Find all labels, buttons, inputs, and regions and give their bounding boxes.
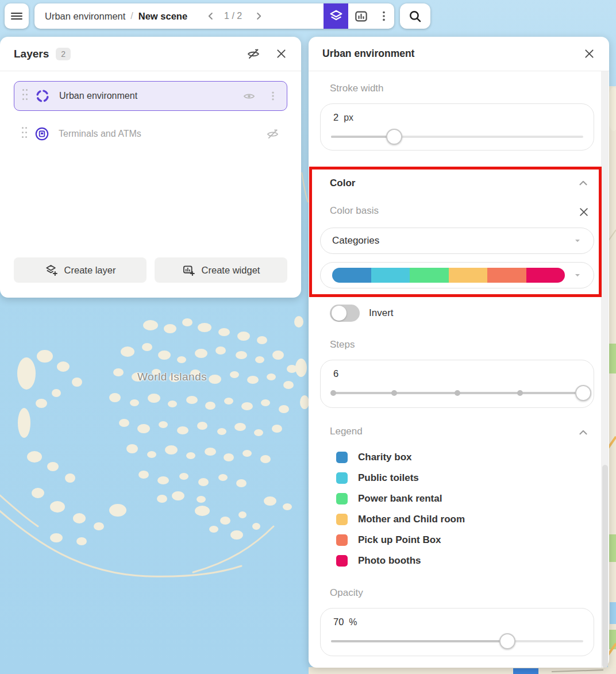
- color-basis-select[interactable]: Categories: [320, 228, 594, 254]
- opacity-value[interactable]: 70: [333, 617, 344, 627]
- widget-chart-icon: [354, 9, 368, 24]
- opacity-control: 70%: [320, 608, 594, 656]
- legend-swatch: [336, 534, 348, 546]
- map-place-label: World Islands: [137, 371, 207, 383]
- menu-button[interactable]: [5, 3, 29, 29]
- legend-item: Pick up Point Box: [336, 530, 594, 550]
- layer-visibility-toggle[interactable]: [242, 90, 256, 103]
- kebab-menu-icon: [378, 10, 390, 22]
- topbar: Urban environment / New scene 1 / 2: [5, 3, 430, 29]
- layer-type-dashed-circle-icon: [35, 88, 50, 103]
- invert-row: Invert: [330, 305, 594, 322]
- steps-slider[interactable]: [331, 392, 583, 394]
- layer-settings-panel: Urban environment Stroke width 2px: [309, 37, 609, 668]
- close-layers-panel-button[interactable]: [275, 48, 287, 60]
- more-options-button[interactable]: [374, 3, 394, 29]
- legend-item-label: Power bank rental: [358, 493, 442, 504]
- legend-item-label: Photo booths: [358, 555, 421, 567]
- settings-body: Stroke width 2px Color Color basis: [309, 71, 609, 656]
- opacity-unit: %: [349, 617, 357, 627]
- stroke-width-value[interactable]: 2: [333, 112, 338, 122]
- legend-swatch: [336, 555, 348, 567]
- close-settings-panel-button[interactable]: [583, 48, 595, 60]
- layer-options-button[interactable]: [267, 90, 279, 102]
- layers-panel: Layers 2: [0, 37, 301, 298]
- invert-toggle[interactable]: [330, 305, 360, 322]
- color-basis-selected-value: Categories: [332, 235, 379, 247]
- create-widget-button[interactable]: Create widget: [155, 257, 287, 283]
- chevron-right-icon: [252, 10, 265, 22]
- layer-row-terminals-and-atms[interactable]: Terminals and ATMs: [14, 119, 287, 149]
- stroke-width-control: 2px: [320, 103, 594, 151]
- breadcrumb-project[interactable]: Urban environment: [45, 11, 125, 22]
- legend-item-label: Mother and Child room: [358, 514, 465, 525]
- invert-label: Invert: [369, 307, 394, 319]
- hide-all-layers-button[interactable]: [247, 47, 260, 61]
- steps-value[interactable]: 6: [333, 368, 338, 379]
- color-ramp-preview: [332, 268, 565, 283]
- stroke-width-slider[interactable]: [331, 136, 583, 138]
- opacity-label: Opacity: [330, 587, 594, 601]
- drag-handle-icon[interactable]: [22, 127, 29, 141]
- legend-item: Mother and Child room: [336, 509, 594, 530]
- legend-swatch: [336, 514, 348, 525]
- color-section-header: Color: [330, 176, 590, 191]
- slider-step-mark: [517, 390, 523, 396]
- search-button[interactable]: [400, 3, 430, 29]
- color-basis-row: Color basis: [330, 205, 590, 219]
- create-widget-icon: [182, 264, 195, 277]
- legend-swatch: [336, 493, 348, 504]
- color-basis-label: Color basis: [330, 205, 379, 219]
- slider-handle[interactable]: [386, 129, 402, 145]
- scene-pagination: 1 / 2: [224, 11, 242, 21]
- collapse-color-section-button[interactable]: [577, 177, 590, 190]
- legend-item: Charity box: [336, 447, 594, 468]
- layer-label: Urban environment: [59, 91, 137, 101]
- layers-panel-header: Layers 2: [0, 37, 301, 71]
- eye-icon: [242, 90, 256, 103]
- legend-item-label: Pick up Point Box: [358, 534, 441, 546]
- slider-handle[interactable]: [575, 385, 591, 401]
- legend-item-label: Public toilets: [358, 472, 419, 484]
- breadcrumb-scene[interactable]: New scene: [138, 11, 187, 22]
- close-icon: [578, 206, 590, 218]
- layer-list: Urban environment: [0, 71, 301, 257]
- scene-toolbar: Urban environment / New scene 1 / 2: [34, 3, 394, 29]
- legend-swatch: [336, 452, 348, 463]
- create-widget-label: Create widget: [202, 265, 260, 276]
- settings-panel-title: Urban environment: [322, 48, 414, 60]
- eye-slash-icon: [247, 47, 260, 61]
- drag-handle-icon[interactable]: [22, 89, 29, 103]
- legend-item: Photo booths: [336, 550, 594, 571]
- layer-row-urban-environment[interactable]: Urban environment: [14, 81, 287, 111]
- create-layer-icon: [45, 264, 58, 277]
- layers-panel-title: Layers: [14, 48, 49, 60]
- dropdown-caret-icon: [573, 271, 582, 280]
- create-layer-button[interactable]: Create layer: [14, 257, 147, 283]
- collapse-legend-section-button[interactable]: [577, 426, 590, 439]
- next-scene-button[interactable]: [252, 10, 265, 22]
- stroke-width-label: Stroke width: [330, 83, 594, 97]
- layers-panel-button[interactable]: [324, 3, 348, 29]
- slider-handle[interactable]: [499, 633, 515, 649]
- steps-label: Steps: [330, 339, 594, 353]
- opacity-slider[interactable]: [331, 640, 583, 642]
- legend-item: Public toilets: [336, 468, 594, 488]
- layers-panel-footer: Create layer Create widget: [0, 257, 301, 298]
- scrollbar-thumb[interactable]: [602, 465, 608, 668]
- search-icon: [408, 9, 422, 24]
- legend-item: Power bank rental: [336, 488, 594, 509]
- widgets-panel-button[interactable]: [348, 3, 374, 29]
- eye-slash-icon: [266, 128, 279, 141]
- chevron-left-icon: [205, 10, 217, 22]
- layers-icon: [329, 9, 344, 24]
- layers-count-badge: 2: [56, 48, 71, 60]
- color-ramp-select[interactable]: [320, 262, 594, 288]
- settings-scrollbar[interactable]: [601, 71, 609, 668]
- close-icon: [583, 48, 595, 60]
- color-section-title: Color: [330, 178, 355, 189]
- prev-scene-button[interactable]: [205, 10, 217, 22]
- clear-color-basis-button[interactable]: [578, 206, 590, 218]
- layer-visibility-toggle[interactable]: [266, 128, 279, 141]
- legend-list: Charity box Public toilets Power bank re…: [320, 447, 594, 571]
